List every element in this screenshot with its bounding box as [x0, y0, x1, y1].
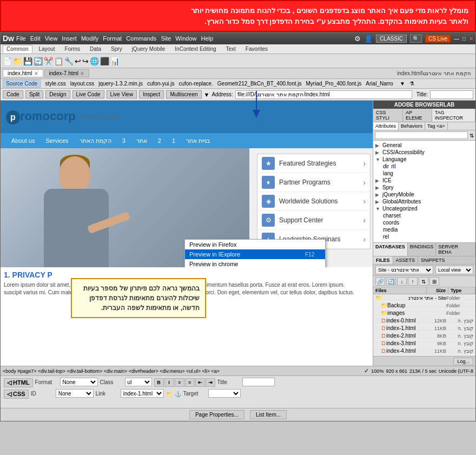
- btn-log[interactable]: Log...: [453, 358, 473, 365]
- btn-refresh[interactable]: 🔄: [386, 277, 396, 286]
- tab-snippets[interactable]: SNIPPETS: [418, 256, 448, 264]
- toolbar-icon-10[interactable]: 🌐: [90, 57, 99, 65]
- toolbar-icon-9[interactable]: ↪: [82, 57, 89, 65]
- tab-css-style[interactable]: CSS STYLI: [373, 109, 403, 122]
- tab-ap-elem[interactable]: AP ELEME: [403, 109, 432, 122]
- expand-uncategorized[interactable]: ▼: [375, 206, 381, 212]
- ctx-iexplore[interactable]: Preview in IExplore F12: [185, 249, 325, 259]
- nav-services[interactable]: Services: [40, 137, 74, 144]
- menu-support[interactable]: ⚙ Support Center ›: [257, 211, 370, 230]
- menu-partner[interactable]: ♦ Partner Programs ›: [257, 173, 370, 192]
- tab-server-beha[interactable]: SERVER BEHA: [436, 243, 475, 256]
- id-select[interactable]: None: [56, 389, 94, 398]
- target-select[interactable]: [208, 389, 241, 398]
- btn-put[interactable]: ↑: [408, 277, 418, 286]
- icon-multiscreen-dropdown[interactable]: ▼: [204, 91, 210, 98]
- tab-behaviors[interactable]: Behaviors: [399, 122, 425, 130]
- nav-build2[interactable]: בניית אתר: [181, 137, 215, 144]
- format-select[interactable]: None: [60, 378, 98, 386]
- toolbar-icon-2[interactable]: 📁: [13, 57, 22, 65]
- expand-global[interactable]: ▶: [375, 199, 381, 205]
- btn-inspect[interactable]: Inspect: [139, 90, 164, 98]
- site-selector[interactable]: Site - אתר אינטרנט: [375, 266, 433, 274]
- tab-tag-a[interactable]: Tag <a>: [425, 122, 448, 130]
- tab-attributes[interactable]: Attributes: [373, 122, 399, 130]
- tab-forms[interactable]: Forms: [62, 45, 83, 52]
- btn-code[interactable]: Code: [3, 90, 23, 98]
- file-index1[interactable]: 🗋 index-1.html 11KB קובץ .ה: [373, 325, 475, 332]
- icon-settings[interactable]: ⚙: [354, 35, 361, 43]
- tab-spry[interactable]: Spry: [108, 45, 125, 52]
- ctx-firefox[interactable]: Preview in Firefox: [185, 240, 325, 249]
- icon-search[interactable]: 🔍: [410, 35, 422, 43]
- btn-indent-in[interactable]: ⇥: [206, 378, 215, 387]
- menu-view[interactable]: View: [45, 35, 58, 42]
- src-tab-source[interactable]: Source Code: [3, 80, 41, 88]
- close-tab-index[interactable]: ✕: [34, 71, 38, 76]
- btn-bold[interactable]: B: [154, 378, 164, 387]
- tab-files[interactable]: FILES: [373, 256, 393, 264]
- tab-common[interactable]: Common: [3, 45, 32, 53]
- nav-about[interactable]: About us: [6, 137, 40, 144]
- tab-bindings[interactable]: BINDINGS: [408, 243, 437, 256]
- cs-live-btn[interactable]: CS Live: [425, 35, 451, 43]
- icon-browse-link[interactable]: 📁: [166, 391, 173, 397]
- file-site-root[interactable]: 📁 Site - אתר אינטרנ Folder: [373, 294, 475, 302]
- tab-databases[interactable]: DATABASES: [373, 243, 408, 256]
- link-select[interactable]: index-1.html: [121, 389, 164, 398]
- btn-get[interactable]: ↓: [397, 277, 407, 286]
- expand-css[interactable]: ▶: [375, 150, 381, 155]
- tab-text[interactable]: Text: [223, 45, 239, 52]
- src-file-layout[interactable]: layout.css: [70, 81, 94, 87]
- src-file-css[interactable]: style.css: [45, 81, 65, 87]
- toolbar-icon-5[interactable]: ✂️: [44, 57, 53, 65]
- btn-list-item[interactable]: List Item...: [250, 410, 287, 419]
- title-input-prop[interactable]: [242, 378, 275, 386]
- btn-list1[interactable]: ≡: [175, 378, 184, 387]
- toolbar-icon-3[interactable]: 💾: [23, 57, 32, 65]
- menu-worldwide[interactable]: ◈ Worldwide Solutions ›: [257, 192, 370, 211]
- toolbar-icon-7[interactable]: 🔧: [64, 57, 74, 65]
- nav-x[interactable]: אתר: [131, 137, 153, 144]
- btn-connect[interactable]: 🔗: [375, 277, 385, 286]
- tab-layout[interactable]: Layout: [36, 45, 58, 52]
- expand-ice[interactable]: ▶: [375, 178, 381, 183]
- view-selector[interactable]: Local view: [435, 266, 473, 274]
- btn-multiscreen[interactable]: Multiscreen: [166, 90, 201, 98]
- tab-assets[interactable]: ASSETS: [393, 256, 419, 264]
- src-file-jquery[interactable]: jquery-1.3.2.min.js: [98, 81, 143, 87]
- btn-split[interactable]: Split: [25, 90, 43, 98]
- btn-italic[interactable]: I: [164, 378, 174, 387]
- file-backup[interactable]: 📁 Backup Folder: [373, 302, 475, 309]
- nav-1[interactable]: 1: [167, 137, 181, 144]
- src-file-geom[interactable]: Geometr212_BkCn_BT_400.font.js: [217, 81, 302, 87]
- window-minimize[interactable]: —: [454, 36, 459, 42]
- ctx-chrome[interactable]: Preview in chrome: [185, 259, 325, 267]
- nav-3[interactable]: 3: [117, 137, 131, 144]
- classic-badge[interactable]: CLASSIC: [376, 35, 407, 43]
- title-input[interactable]: [430, 90, 473, 99]
- class-select[interactable]: ul: [125, 378, 152, 386]
- src-file-cufon2[interactable]: cufon-replace.: [178, 81, 213, 87]
- icon-filter[interactable]: ⚗: [409, 81, 414, 87]
- expand-general[interactable]: ▶: [375, 143, 381, 148]
- menu-format[interactable]: Format: [103, 35, 122, 42]
- window-close[interactable]: ✕: [469, 36, 473, 42]
- expand-spry[interactable]: ▶: [375, 185, 381, 190]
- menu-help[interactable]: Help: [201, 35, 213, 42]
- btn-live-view[interactable]: Live View: [107, 90, 137, 98]
- toolbar-icon-8[interactable]: ↩: [75, 57, 81, 65]
- menu-insert[interactable]: Insert: [62, 35, 77, 42]
- menu-featured[interactable]: ★ Featured Strategies ›: [257, 154, 370, 173]
- btn-sync[interactable]: ⇅: [419, 277, 428, 286]
- toolbar-icon-4[interactable]: 🔄: [34, 57, 43, 65]
- src-file-arial[interactable]: Arial_Narro: [366, 81, 393, 87]
- tab-jquery[interactable]: jQuery Mobile: [129, 45, 169, 52]
- tab-incontext[interactable]: InContext Editing: [171, 45, 219, 52]
- icon-link-anchor[interactable]: ⚓: [175, 391, 181, 397]
- file-index4[interactable]: 🗋 index-4.html 11KB קובץ .ה: [373, 347, 475, 355]
- file-index2[interactable]: 🗋 index-2.html 8KB קובץ .ה: [373, 332, 475, 340]
- tab-favorites[interactable]: Favorites: [242, 45, 271, 52]
- menu-commands[interactable]: Commands: [126, 35, 156, 42]
- file-index3[interactable]: 🗋 index-3.html 9KB קובץ .ה: [373, 340, 475, 347]
